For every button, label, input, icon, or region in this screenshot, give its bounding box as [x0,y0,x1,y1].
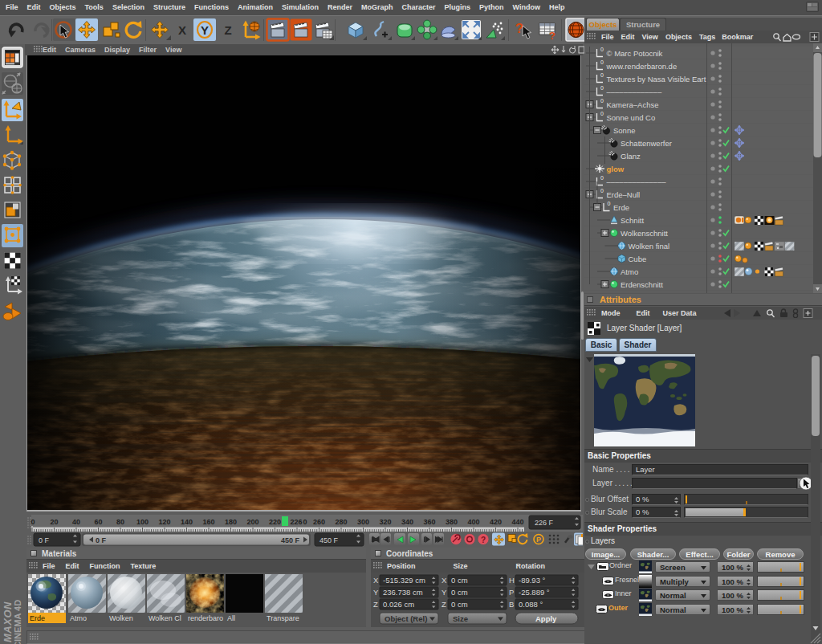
svg-text:0 cm: 0 cm [451,576,468,585]
svg-text:0: 0 [600,98,604,104]
svg-text:450 F: 450 F [281,536,300,544]
svg-text:Wolken: Wolken [109,614,133,622]
svg-text:380: 380 [446,518,458,526]
svg-text:Y: Y [373,588,379,597]
svg-text:0: 0 [600,47,604,52]
svg-text:220: 220 [269,518,281,526]
svg-text:P: P [536,536,541,544]
svg-text:Z: Z [442,600,446,609]
svg-text:360: 360 [423,518,435,526]
svg-text:All: All [227,614,235,622]
svg-text:Cube: Cube [629,255,647,263]
svg-text:280: 280 [335,518,347,526]
svg-text:X: X [178,23,186,37]
svg-text:© Marc Potocnik: © Marc Potocnik [607,49,663,58]
svg-text:0: 0 [600,111,604,116]
svg-text:226 F: 226 F [535,519,554,527]
svg-text:80: 80 [116,518,124,526]
svg-text:Atmo: Atmo [621,267,638,276]
svg-text:Sonne und Co: Sonne und Co [607,113,656,122]
svg-text:400: 400 [467,518,479,526]
svg-text:Transpare: Transpare [267,614,299,622]
svg-text:0.026 cm: 0.026 cm [383,600,414,609]
svg-text:?: ? [549,30,555,42]
svg-text:–––––––––––––: ––––––––––––– [607,88,662,96]
svg-text:20: 20 [50,518,58,526]
svg-text:?: ? [515,21,523,36]
svg-text:Schnitt: Schnitt [621,216,644,225]
svg-text:Glanz: Glanz [621,152,641,161]
svg-text:Erdenschnitt: Erdenschnitt [621,280,663,289]
svg-text:Wolken Cl: Wolken Cl [149,614,181,622]
svg-text:Size: Size [453,614,468,623]
svg-text:450 F: 450 F [319,536,339,544]
svg-text:0 cm: 0 cm [451,588,468,597]
svg-text:0 cm: 0 cm [451,600,468,609]
svg-text:0 F: 0 F [96,536,107,544]
svg-text:X: X [442,576,447,585]
svg-text:140: 140 [181,518,193,526]
svg-text:0: 0 [600,72,604,78]
svg-text:X: X [373,576,379,585]
svg-text:0: 0 [303,518,307,526]
svg-text:180: 180 [225,518,237,526]
svg-text:Erde: Erde [30,614,45,622]
svg-text:Apply: Apply [535,614,557,623]
svg-text:440: 440 [511,518,523,526]
svg-text:H: H [509,576,515,585]
svg-text:-89.93 °: -89.93 ° [519,576,546,585]
svg-text:300: 300 [357,518,369,526]
svg-text:0: 0 [608,201,611,206]
svg-text:renderbaro: renderbaro [188,614,223,622]
svg-text:––––––––––––––: –––––––––––––– [607,177,667,186]
svg-text:Kamera–Achse: Kamera–Achse [607,100,659,109]
svg-text:Atmo: Atmo [70,614,87,622]
svg-text:Sonne: Sonne [613,126,635,135]
svg-text:340: 340 [401,518,413,526]
svg-text:40: 40 [72,518,80,526]
svg-text:0.088 °: 0.088 ° [519,600,543,609]
svg-text:Textures by Nasa Visible Earth: Textures by Nasa Visible Earth [607,75,710,84]
svg-text:0 F: 0 F [39,536,50,544]
svg-text:Schattenwerfer: Schattenwerfer [621,139,672,148]
svg-text:100: 100 [136,518,149,526]
svg-text:Y: Y [442,588,447,597]
svg-text:160: 160 [202,518,214,526]
svg-text:Y: Y [201,23,209,37]
svg-text:0: 0 [600,85,604,91]
svg-text:236.738 cm: 236.738 cm [383,588,423,597]
svg-text:-25.889 °: -25.889 ° [519,588,550,597]
svg-text:?: ? [481,536,486,544]
svg-text:Z: Z [373,600,378,609]
svg-text:60: 60 [94,518,102,526]
svg-text:0: 0 [600,188,604,194]
svg-text:226: 226 [290,518,302,526]
svg-text:www.renderbaron.de: www.renderbaron.de [606,62,678,71]
svg-text:-515.329 cm: -515.329 cm [383,576,425,585]
svg-text:260: 260 [313,518,325,526]
svg-text:Z: Z [224,23,231,37]
svg-text:P: P [509,588,514,597]
svg-text:200: 200 [246,518,258,526]
svg-text:0: 0 [31,518,35,526]
svg-text:0: 0 [600,59,604,65]
svg-text:Erde: Erde [613,203,629,212]
svg-text:Wolkenschnitt: Wolkenschnitt [621,229,668,238]
svg-text:120: 120 [158,518,170,526]
svg-text:Object (Rel): Object (Rel) [385,614,427,623]
svg-text:420: 420 [490,518,502,526]
svg-text:Erde–Null: Erde–Null [607,190,641,199]
svg-text:Wolken final: Wolken final [629,242,670,251]
svg-text:glow: glow [607,165,625,173]
svg-text:0: 0 [600,175,604,181]
svg-text:320: 320 [379,518,391,526]
svg-text:B: B [509,600,514,609]
